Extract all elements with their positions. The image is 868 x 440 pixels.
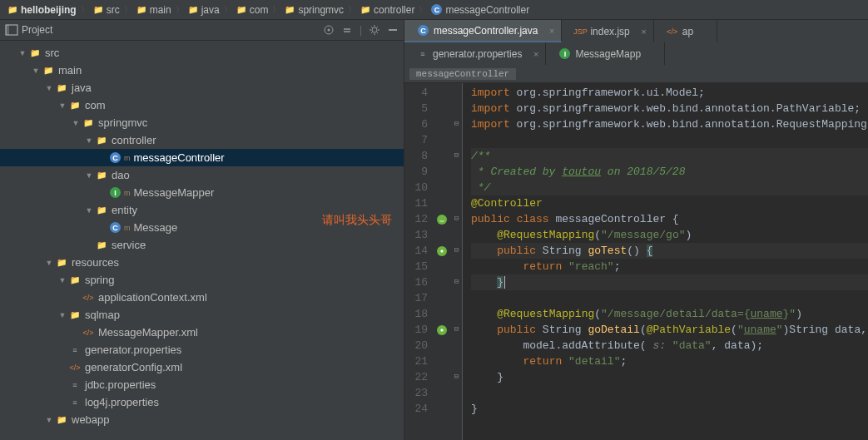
chevron-down-icon[interactable]: ▼ [85, 206, 93, 215]
breadcrumb-item[interactable]: CmessageController [429, 4, 532, 16]
tree-node[interactable]: ▼📁webapp [0, 411, 404, 428]
fold-toggle-icon[interactable]: ⊟ [451, 116, 462, 132]
tree-node[interactable]: ≡jdbc.properties [0, 376, 404, 393]
code-line[interactable]: import org.springframework.ui.Model; [471, 85, 868, 101]
fold-toggle-icon[interactable]: ⊟ [451, 274, 462, 290]
line-number-gutter[interactable]: 456789101112131415161718192021222324 [404, 83, 433, 440]
code-line[interactable]: model.addAttribute( s: "data", data); [471, 338, 868, 353]
tree-node[interactable]: ▼📁spring [0, 271, 404, 289]
line-number[interactable]: 20 [404, 338, 428, 353]
editor-tab[interactable]: ≡generator.properties× [404, 42, 546, 65]
code-line[interactable]: */ [471, 180, 868, 195]
chevron-down-icon[interactable]: ▼ [85, 171, 93, 180]
tree-node[interactable]: </>MessageMapper.xml [0, 324, 404, 341]
code-line[interactable]: * Created by toutou on 2018/5/28 [471, 164, 868, 180]
breadcrumb-item[interactable]: 📁java [186, 4, 222, 16]
tree-node[interactable]: ▼📁sqlmap [0, 306, 404, 324]
chevron-down-icon[interactable]: ▼ [45, 84, 53, 92]
breadcrumb-item[interactable]: 📁hellobeijing [5, 4, 79, 16]
editor-tab[interactable]: JSPindex.jsp× [562, 20, 653, 42]
breadcrumb-item[interactable]: 📁controller [358, 4, 417, 16]
hide-icon[interactable] [387, 24, 399, 36]
tree-node[interactable]: ▼📁resources [0, 254, 404, 271]
line-number[interactable]: 24 [404, 401, 428, 417]
select-opened-file-icon[interactable] [323, 24, 335, 36]
gutter-icons[interactable] [433, 83, 451, 440]
fold-toggle-icon[interactable]: ⊟ [451, 148, 462, 164]
chevron-down-icon[interactable]: ▼ [58, 311, 67, 319]
code-line[interactable]: public String goDetail(@PathVariable("un… [471, 322, 868, 338]
code-line[interactable]: return "detail"; [471, 353, 868, 369]
line-number[interactable]: 11 [404, 195, 428, 211]
line-number[interactable]: 9 [404, 164, 428, 180]
tree-node[interactable]: ▼📁java [0, 79, 404, 96]
code-line[interactable]: import org.springframework.web.bind.anno… [471, 101, 868, 116]
breadcrumb-item[interactable]: 📁src [91, 4, 122, 16]
line-number[interactable]: 15 [404, 259, 428, 274]
line-number[interactable]: 23 [404, 385, 428, 401]
chevron-down-icon[interactable]: ▼ [45, 259, 53, 267]
code-line[interactable]: } [471, 401, 868, 417]
line-number[interactable]: 14 [404, 243, 428, 259]
close-icon[interactable]: × [549, 26, 554, 36]
line-number[interactable]: 10 [404, 180, 428, 195]
request-mapping-icon[interactable] [433, 243, 451, 259]
tree-node[interactable]: ▼📁entity [0, 201, 404, 219]
fold-toggle-icon[interactable]: ⊟ [451, 211, 462, 227]
chevron-down-icon[interactable]: ▼ [18, 49, 27, 57]
code-line[interactable]: } [471, 369, 868, 385]
code-line[interactable]: import org.springframework.web.bind.anno… [471, 116, 868, 132]
line-number[interactable]: 21 [404, 353, 428, 369]
chevron-down-icon[interactable]: ▼ [58, 276, 67, 284]
code-content[interactable]: import org.springframework.ui.Model;impo… [463, 83, 868, 440]
code-line[interactable]: public String goTest() { [471, 243, 868, 259]
tree-node[interactable]: ▼📁src [0, 44, 404, 62]
editor-tab[interactable]: </>ap [654, 20, 717, 42]
gear-icon[interactable] [369, 24, 380, 36]
tree-node[interactable]: ▼📁controller [0, 131, 404, 149]
breadcrumb[interactable]: 📁hellobeijing〉📁src〉📁main〉📁java〉📁com〉📁spr… [0, 0, 868, 20]
fold-toggle-icon[interactable]: ⊟ [451, 243, 462, 259]
tree-node[interactable]: CmmessageController [0, 149, 404, 166]
close-icon[interactable]: × [533, 49, 538, 59]
fold-toggle-icon[interactable]: ⊟ [451, 369, 462, 385]
tree-node[interactable]: ▼📁springmvc [0, 114, 404, 131]
line-number[interactable]: 16 [404, 274, 428, 290]
line-number[interactable]: 4 [404, 85, 428, 101]
project-tree[interactable]: ▼📁src▼📁main▼📁java▼📁com▼📁springmvc▼📁contr… [0, 41, 404, 440]
request-mapping-icon[interactable] [433, 322, 451, 338]
tree-node[interactable]: ▼📁com [0, 96, 404, 114]
tree-node[interactable]: ▼📁main [0, 62, 404, 79]
code-line[interactable]: /** [471, 148, 868, 164]
close-icon[interactable]: × [641, 27, 646, 37]
line-number[interactable]: 8 [404, 148, 428, 164]
editor-crumb-class[interactable]: messageController [409, 68, 516, 80]
code-line[interactable]: } [471, 274, 868, 290]
code-line[interactable] [471, 385, 868, 401]
fold-toggle-icon[interactable]: ⊟ [451, 322, 462, 338]
line-number[interactable]: 18 [404, 306, 428, 322]
line-number[interactable]: 13 [404, 227, 428, 243]
tree-node[interactable]: </>generatorConfig.xml [0, 358, 404, 376]
code-line[interactable] [471, 132, 868, 148]
tree-node[interactable]: ≡generator.properties [0, 341, 404, 358]
line-number[interactable]: 6 [404, 116, 428, 132]
code-line[interactable] [471, 290, 868, 306]
line-number[interactable]: 7 [404, 132, 428, 148]
editor-tab[interactable]: IMessageMapp [546, 42, 665, 65]
code-line[interactable]: public class messageController { [471, 211, 868, 227]
tree-node[interactable]: ≡log4j.properties [0, 393, 404, 411]
fold-gutter[interactable]: ⊟⊟⊟⊟⊟⊟⊟ [451, 83, 463, 440]
chevron-down-icon[interactable]: ▼ [45, 416, 53, 424]
chevron-down-icon[interactable]: ▼ [32, 67, 40, 75]
line-number[interactable]: 19 [404, 322, 428, 338]
tree-node[interactable]: ImMessageMapper [0, 184, 404, 201]
chevron-down-icon[interactable]: ▼ [72, 119, 80, 127]
editor-structure-breadcrumb[interactable]: messageController [404, 65, 868, 83]
spring-bean-icon[interactable] [433, 211, 451, 227]
line-number[interactable]: 22 [404, 369, 428, 385]
chevron-down-icon[interactable]: ▼ [58, 101, 67, 110]
breadcrumb-item[interactable]: 📁springmvc [282, 4, 346, 16]
chevron-down-icon[interactable]: ▼ [85, 136, 93, 145]
line-number[interactable]: 12 [404, 211, 428, 227]
